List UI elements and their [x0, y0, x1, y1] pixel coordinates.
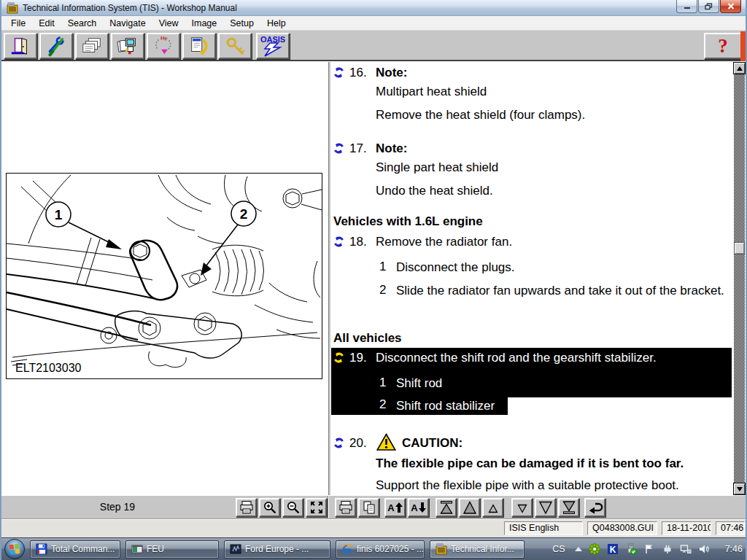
step-number: 19.	[349, 350, 367, 366]
print-pages-button[interactable]	[111, 33, 144, 59]
print-icon	[338, 500, 353, 515]
step-16-line2: Remove the heat shield (four clamps).	[376, 107, 585, 123]
menu-navigate[interactable]: Navigate	[103, 17, 152, 30]
status-time: 07:46	[716, 521, 745, 535]
print-icon	[239, 500, 254, 515]
substep-number: 1	[379, 259, 386, 275]
font-smaller-button[interactable]: A	[408, 498, 429, 517]
print-image-button[interactable]	[236, 498, 257, 517]
fit-screen-button[interactable]	[306, 498, 327, 517]
step-status-label: Step 19	[1, 501, 233, 513]
menu-image[interactable]: Image	[185, 17, 224, 30]
key-button[interactable]	[218, 33, 252, 59]
restore-button[interactable]	[698, 0, 719, 13]
highlighted-step-19-sub2: 2 Shift rod stabilizer	[331, 397, 508, 415]
figure-label: ELT2103030	[15, 362, 82, 374]
show-hidden-icons-button[interactable]	[575, 547, 582, 551]
menu-setup[interactable]: Setup	[223, 17, 260, 30]
taskbar-item-total-commander[interactable]: Total Comman...	[30, 540, 120, 559]
oasis-button[interactable]: OASIS	[256, 33, 290, 59]
fit-screen-icon	[309, 500, 324, 515]
cycle-icon	[152, 35, 174, 57]
taskbar-clock[interactable]: 7:46	[725, 544, 743, 554]
prev-section-icon	[462, 500, 477, 515]
figure-frame: 1 2 ELT2103030	[6, 173, 322, 379]
menu-bar: File Edit Search Navigate View Image Set…	[1, 16, 746, 31]
prev-section-button[interactable]	[459, 498, 480, 517]
tools-icon	[45, 35, 67, 57]
svg-text:OASIS: OASIS	[260, 35, 285, 44]
step-17-line2: Undo the heat shield.	[376, 183, 493, 199]
menu-view[interactable]: View	[152, 17, 185, 30]
bottom-toolbar: Step 19	[1, 495, 746, 518]
document-refresh-button[interactable]	[182, 33, 216, 59]
language-indicator[interactable]: CS	[549, 544, 568, 554]
step-cycle-icon	[333, 67, 344, 78]
last-step-button[interactable]	[558, 498, 579, 517]
index-cards-button[interactable]	[75, 33, 109, 59]
power-plug-icon[interactable]	[662, 543, 673, 555]
step-18-row: 18. Remove the radiator fan.	[331, 234, 736, 250]
start-button[interactable]	[4, 538, 26, 560]
svg-text:K: K	[609, 545, 616, 555]
minimize-button[interactable]	[676, 0, 697, 13]
close-button[interactable]	[720, 0, 741, 13]
first-step-button[interactable]	[436, 498, 457, 517]
scrollbar-track[interactable]	[734, 74, 745, 483]
back-button[interactable]	[584, 498, 605, 517]
icq-icon[interactable]	[589, 543, 600, 555]
k-app-icon[interactable]: K	[607, 543, 619, 555]
font-larger-button[interactable]: A	[384, 498, 406, 517]
step-20-normal-line: Support the flexible pipe with a suitabl…	[376, 478, 679, 494]
app-icon	[7, 2, 18, 14]
tis-window: Technical Information System (TIS) - Wor…	[0, 0, 747, 560]
zoom-in-button[interactable]	[259, 498, 280, 517]
menu-file[interactable]: File	[4, 17, 32, 30]
menu-search[interactable]: Search	[61, 17, 104, 30]
technical-illustration: 1 2 ELT2103030	[7, 174, 322, 378]
scroll-up-icon	[737, 66, 743, 71]
key-icon	[224, 35, 246, 57]
index-cards-icon	[81, 35, 103, 57]
taskbar-item-tis[interactable]: Technical Infor...	[430, 540, 525, 559]
step-19-row: 19. Disconnect the shift rod and the gea…	[331, 350, 732, 366]
zoom-out-button[interactable]	[282, 498, 303, 517]
bottombar-divider	[328, 496, 329, 519]
taskbar-item-feu[interactable]: FEU	[125, 540, 219, 559]
copy-button[interactable]	[358, 498, 379, 517]
step-20-row: 20. CAUTION:	[331, 435, 736, 451]
usb-safely-remove-icon[interactable]	[625, 543, 637, 555]
floppy-icon	[36, 543, 47, 555]
next-step-button[interactable]	[511, 498, 533, 517]
tools-button[interactable]	[39, 33, 73, 59]
next-section-button[interactable]	[535, 498, 556, 517]
cycle-button[interactable]	[147, 33, 180, 59]
print-text-button[interactable]	[335, 498, 356, 517]
step-title: Note:	[376, 65, 407, 81]
heading-16l-engine: Vehicles with 1.6L engine	[333, 214, 483, 230]
menu-help[interactable]: Help	[260, 17, 293, 30]
scroll-up-button[interactable]	[733, 62, 746, 74]
callout-1: 1	[55, 207, 63, 222]
help-button[interactable]: ?	[704, 33, 742, 59]
scrollbar-thumb[interactable]	[734, 242, 745, 254]
action-center-flag-icon[interactable]	[643, 543, 655, 555]
network-icon[interactable]	[680, 543, 692, 555]
step-number: 16.	[349, 65, 367, 81]
step-17-line1: Single part heat shield	[376, 160, 498, 176]
scroll-down-icon	[737, 487, 743, 491]
menu-edit[interactable]: Edit	[32, 17, 61, 30]
main-toolbar: OASIS ?	[1, 31, 746, 61]
tis-app-icon	[436, 543, 447, 555]
zoom-in-icon	[263, 500, 277, 515]
taskbar-item-ford-europe[interactable]: Ford Europe - ...	[224, 540, 330, 559]
callout-2: 2	[240, 206, 248, 222]
volume-icon[interactable]	[698, 543, 710, 555]
vertical-scrollbar[interactable]	[733, 62, 746, 495]
title-bar: Technical Information System (TIS) - Wor…	[1, 0, 746, 16]
taskbar-item-finis[interactable]: finis 6027025 - ...	[336, 540, 425, 559]
scroll-down-button[interactable]	[733, 483, 746, 495]
prev-step-button[interactable]	[482, 498, 503, 517]
step-16-row: 16. Note:	[331, 65, 736, 81]
exit-button[interactable]	[4, 33, 37, 59]
